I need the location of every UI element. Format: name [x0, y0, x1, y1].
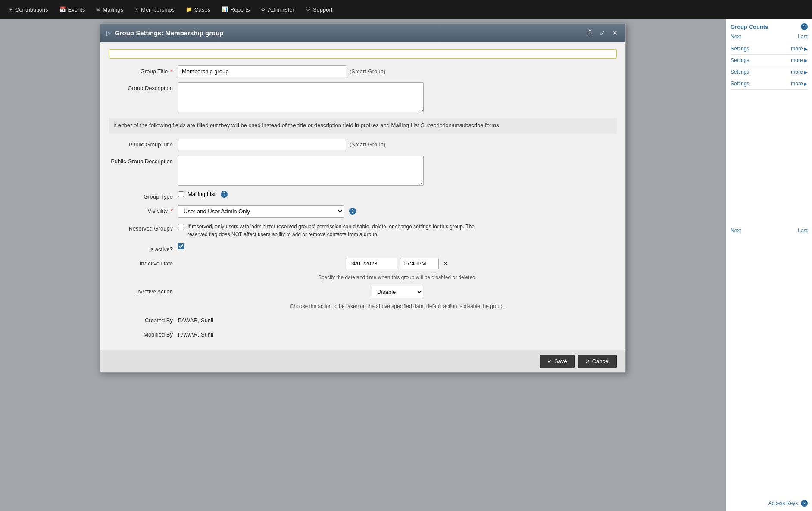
group-title-row: Group Title * (Smart Group): [109, 65, 617, 77]
cancel-button[interactable]: ✕ Cancel: [578, 355, 617, 368]
clear-date-button[interactable]: ✕: [441, 259, 450, 268]
chevron-icon-4: ▶: [804, 81, 808, 86]
mailing-list-help-icon[interactable]: ?: [221, 191, 228, 198]
visibility-select[interactable]: User and User Admin Only Public Pages Pu…: [178, 205, 344, 218]
more-link-3[interactable]: more ▶: [791, 69, 808, 75]
visibility-control: User and User Admin Only Public Pages Pu…: [178, 205, 617, 218]
top-navigation: ⊞ Contributions 📅 Events ✉ Mailings ⊡ Me…: [0, 0, 812, 19]
nav-events[interactable]: 📅 Events: [54, 3, 91, 16]
inactive-action-select[interactable]: Disable Delete: [372, 286, 423, 298]
inactive-date-row: InActive Date ✕ Specify the date and tim…: [109, 258, 617, 280]
modified-by-value: PAWAR, Sunil: [178, 329, 213, 338]
nav-contributions[interactable]: ⊞ Contributions: [3, 3, 53, 16]
group-title-input[interactable]: [178, 65, 346, 77]
save-checkmark-icon: ✓: [547, 358, 552, 365]
visibility-label: Visibility *: [109, 205, 178, 214]
modal-title-area: ▷ Group Settings: Membership group: [106, 29, 224, 37]
inactive-time-input[interactable]: [400, 258, 439, 269]
modified-by-control: PAWAR, Sunil: [178, 329, 617, 338]
nav-administer[interactable]: ⚙ Administer: [256, 3, 299, 16]
group-title-control: (Smart Group): [178, 65, 617, 77]
settings-row-4: Settings more ▶: [731, 78, 808, 90]
access-keys-help-icon[interactable]: ?: [801, 500, 808, 507]
next-link-top[interactable]: Next: [731, 34, 741, 40]
public-info-text: If either of the following fields are fi…: [109, 118, 617, 134]
expand-button[interactable]: ⤢: [598, 28, 607, 38]
created-by-row: Created By PAWAR, Sunil: [109, 315, 617, 324]
reserved-group-checkbox[interactable]: [178, 224, 184, 230]
public-group-description-control: [178, 156, 617, 186]
settings-link-1[interactable]: Settings: [731, 46, 749, 52]
group-counts-title: Group Counts: [731, 24, 768, 30]
save-button[interactable]: ✓ Save: [540, 355, 575, 368]
is-active-label: Is active?: [109, 243, 178, 252]
inactive-action-help-text: Choose the action to be taken on the abo…: [290, 303, 505, 309]
group-description-textarea[interactable]: [178, 82, 424, 112]
inactive-date-label: InActive Date: [109, 258, 178, 267]
print-button[interactable]: 🖨: [584, 28, 594, 38]
access-keys[interactable]: Access Keys: ?: [768, 500, 808, 507]
group-description-control: [178, 82, 617, 112]
nav-support[interactable]: 🛡 Support: [300, 3, 338, 16]
reserved-group-text: If reserved, only users with 'administer…: [187, 223, 489, 238]
public-group-title-control: (Smart Group): [178, 139, 617, 150]
is-active-checkbox[interactable]: [178, 243, 184, 249]
nav-reports[interactable]: 📊 Reports: [216, 3, 255, 16]
inactive-action-control: Disable Delete Choose the action to be t…: [178, 286, 617, 309]
background-content: Group Counts ? Next Last Settings more ▶…: [0, 19, 812, 511]
modal-body: Group Title * (Smart Group) Group Descri…: [100, 42, 625, 350]
public-group-description-textarea[interactable]: [178, 156, 424, 186]
nav-cases[interactable]: 📁 Cases: [181, 3, 215, 16]
chevron-icon-2: ▶: [804, 58, 808, 63]
settings-row-3: Settings more ▶: [731, 66, 808, 78]
created-by-control: PAWAR, Sunil: [178, 315, 617, 324]
chevron-icon-1: ▶: [804, 47, 808, 51]
modal-controls: 🖨 ⤢ ✕: [584, 28, 619, 38]
inactive-date-control: ✕ Specify the date and time when this gr…: [178, 258, 617, 280]
last-link-top[interactable]: Last: [798, 34, 808, 40]
more-link-4[interactable]: more ▶: [791, 81, 808, 87]
created-by-label: Created By: [109, 315, 178, 324]
nav-memberships[interactable]: ⊡ Memberships: [129, 3, 180, 16]
next-link-bottom[interactable]: Next: [731, 227, 741, 234]
group-description-label: Group Description: [109, 82, 178, 91]
modal-title-icon: ▷: [106, 30, 111, 37]
group-counts-help-icon[interactable]: ?: [801, 23, 808, 30]
inactive-date-input[interactable]: [346, 258, 397, 269]
public-group-title-label: Public Group Title: [109, 139, 178, 148]
more-link-1[interactable]: more ▶: [791, 46, 808, 52]
modal-header: ▷ Group Settings: Membership group 🖨 ⤢ ✕: [100, 24, 625, 42]
visibility-row: Visibility * User and User Admin Only Pu…: [109, 205, 617, 218]
mailing-list-checkbox[interactable]: [178, 191, 184, 197]
settings-link-4[interactable]: Settings: [731, 81, 749, 87]
chevron-icon-3: ▶: [804, 70, 808, 75]
visibility-help-icon[interactable]: ?: [349, 208, 356, 215]
nav-links-bottom: Next Last: [731, 227, 808, 234]
nav-links-top: Next Last: [731, 34, 808, 40]
reserved-group-control: If reserved, only users with 'administer…: [178, 223, 617, 238]
mailings-icon: ✉: [96, 6, 100, 12]
inactive-action-row: InActive Action Disable Delete Choose th…: [109, 286, 617, 309]
last-link-bottom[interactable]: Last: [798, 227, 808, 234]
settings-link-3[interactable]: Settings: [731, 69, 749, 75]
administer-icon: ⚙: [261, 6, 265, 12]
group-type-label: Group Type: [109, 191, 178, 200]
public-smart-group-label: (Smart Group): [350, 141, 385, 148]
cancel-x-icon: ✕: [585, 358, 590, 365]
group-type-row: Group Type Mailing List ?: [109, 191, 617, 200]
settings-link-2[interactable]: Settings: [731, 57, 749, 63]
settings-row-2: Settings more ▶: [731, 55, 808, 66]
close-button[interactable]: ✕: [610, 28, 619, 38]
memberships-icon: ⊡: [134, 6, 139, 12]
nav-mailings[interactable]: ✉ Mailings: [91, 3, 128, 16]
group-title-label: Group Title *: [109, 65, 178, 75]
more-link-2[interactable]: more ▶: [791, 57, 808, 63]
modal-overlay: ▷ Group Settings: Membership group 🖨 ⤢ ✕: [0, 19, 726, 511]
events-icon: 📅: [59, 6, 66, 12]
created-by-value: PAWAR, Sunil: [178, 315, 213, 324]
public-group-title-input[interactable]: [178, 139, 346, 150]
group-description-row: Group Description: [109, 82, 617, 112]
modal-footer: ✓ Save ✕ Cancel: [100, 350, 625, 372]
modal-title: Group Settings: Membership group: [115, 29, 224, 37]
visibility-required-star: *: [171, 208, 173, 214]
